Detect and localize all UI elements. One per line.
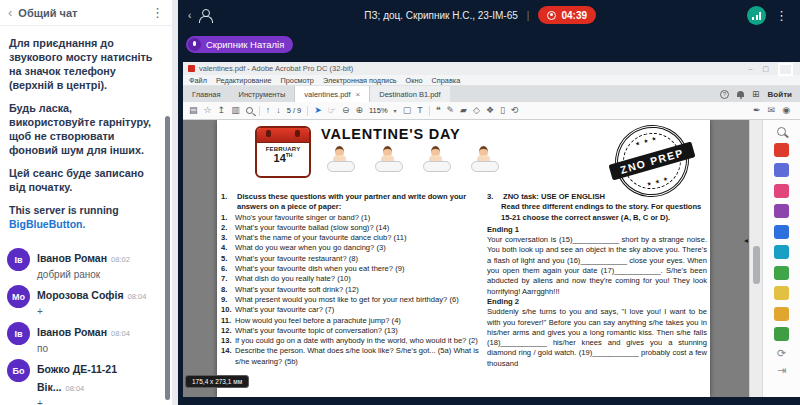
meeting-topbar: ‹ ПЗ; доц. Скрипник Н.С., 23-ІМ-65 | 04:…	[178, 0, 800, 30]
profile-icon[interactable]: ◉	[782, 106, 790, 115]
convert-icon[interactable]	[774, 327, 789, 341]
menu-edit[interactable]: Редактирование	[216, 76, 272, 85]
acrobat-tools-panel: ⟳ ⇥	[762, 120, 800, 397]
pdf-page: FEBRUARY 14TH VALENTINE'S DAY ★ ★ ★ ZNO …	[217, 120, 710, 397]
chat-welcome-message: Для приєднання до звукового мосту натисн…	[0, 26, 172, 231]
zoom-in-icon[interactable]: ⊕	[355, 106, 363, 115]
scrollbar-thumb[interactable]	[753, 246, 760, 284]
question-item: 4.What do you wear when you go dancing? …	[221, 243, 485, 253]
bigbluebutton-link[interactable]: BigBlueButton.	[9, 218, 85, 230]
highlight-icon[interactable]: ▰	[460, 106, 467, 115]
menu-help[interactable]: Справка	[432, 76, 461, 85]
collapse-panel-icon[interactable]: ◂	[744, 236, 748, 245]
page-down-icon[interactable]: ↓	[276, 106, 281, 115]
avatar: Ів	[7, 322, 30, 345]
share-icon[interactable]: ↥	[218, 106, 226, 115]
menu-window[interactable]: Окно	[406, 76, 423, 85]
worksheet-title: VALENTINE'S DAY	[321, 126, 461, 142]
stamp-icon[interactable]: ❖	[486, 106, 494, 115]
zoom-out-icon[interactable]: ⊖	[342, 106, 350, 115]
sign-pen-icon[interactable]: ✒	[753, 106, 761, 115]
zno-task-column: 3.ZNO task: USE OF ENGLISH Read three di…	[487, 192, 707, 369]
tab-home[interactable]: Главная	[183, 86, 230, 102]
meeting-title: ПЗ; доц. Скрипник Н.С., 23-ІМ-65	[364, 10, 517, 21]
star-icon[interactable]: ☆	[204, 106, 212, 115]
hand-tool-icon[interactable]: ☞	[328, 106, 336, 115]
share-tool-icon[interactable]	[774, 245, 789, 259]
compress-pdf-icon[interactable]	[774, 307, 789, 321]
export-pdf-icon[interactable]	[774, 143, 789, 157]
chat-title: Общий чат	[18, 7, 151, 19]
zoom-level[interactable]: 115%	[369, 106, 388, 115]
questions-column: 1.Discuss these questions with your part…	[221, 192, 485, 367]
menu-view[interactable]: Просмотр	[281, 76, 314, 85]
task3-heading: ZNO task: USE OF ENGLISH	[503, 192, 605, 202]
calendar-day: 14TH	[257, 152, 309, 164]
message-time: 08:04	[111, 329, 130, 338]
tab-valentines-pdf[interactable]: valentines.pdf ×	[294, 86, 369, 102]
chat-options-icon[interactable]: ⋮	[151, 5, 164, 20]
menu-file[interactable]: Файл	[189, 76, 207, 85]
trash-icon[interactable]: ▯	[500, 106, 505, 115]
welcome-line-1: Для приєднання до звукового мосту натисн…	[9, 36, 156, 92]
microphone-icon	[188, 38, 201, 51]
options-kebab-icon[interactable]: ⋮	[775, 8, 788, 23]
organize-pages-icon[interactable]	[774, 266, 789, 280]
comment-tool-icon[interactable]	[774, 204, 789, 218]
meeting-main-area: ‹ ПЗ; доц. Скрипник Н.С., 23-ІМ-65 | 04:…	[178, 0, 800, 405]
toggle-userlist-chevron-icon[interactable]: ‹	[188, 10, 191, 21]
page-up-icon[interactable]: ↑	[266, 106, 271, 115]
chat-header: ‹ Общий чат ⋮	[0, 0, 172, 26]
current-speaker-badge: Скрипник Наталія	[186, 36, 293, 53]
email-icon[interactable]: ✉	[768, 106, 776, 115]
recording-indicator[interactable]: 04:39	[538, 6, 596, 24]
question-item: 5.What's your favourite restaurant? (8)	[221, 254, 485, 264]
fullscreen-icon[interactable]	[778, 63, 793, 76]
message-author: Іванов Роман	[37, 326, 107, 338]
undo-icon[interactable]: ⟲	[511, 106, 519, 115]
chat-message: Бо Божко ДЕ-11-21 Вік...08:04 +	[0, 354, 172, 405]
avatar: Ів	[7, 248, 30, 271]
task1-heading: Discuss these questions with your partne…	[237, 192, 485, 213]
panel-collapse-icon[interactable]: ⇥	[777, 365, 786, 376]
marquee-zoom-icon[interactable]: ▢	[403, 106, 412, 115]
edit-pdf-icon[interactable]	[774, 184, 789, 198]
tab-destination-b1-pdf[interactable]: Destination B1.pdf	[369, 86, 449, 102]
window-controls[interactable]: – ▢	[749, 65, 773, 73]
create-pdf-icon[interactable]	[774, 163, 789, 177]
save-icon[interactable]: ▤	[189, 106, 198, 115]
userlist-person-icon[interactable]	[197, 8, 213, 23]
question-item: 11.How would you feel before a parachute…	[221, 316, 485, 326]
page-counter[interactable]: 5 / 9	[287, 106, 302, 115]
topbar-divider: |	[527, 10, 530, 21]
menu-esign[interactable]: Электронная подпись	[323, 76, 397, 85]
connection-status-icon[interactable]	[747, 6, 766, 25]
tab-tools[interactable]: Инструменты	[230, 86, 295, 102]
message-text: добрий ранок	[37, 269, 130, 280]
action-wizard-icon[interactable]: ⟳	[777, 348, 786, 359]
chat-scrollbar[interactable]	[165, 116, 170, 400]
recording-timer: 04:39	[561, 10, 587, 21]
select-tool-icon[interactable]: ➤	[314, 106, 322, 115]
search-icon[interactable]	[246, 107, 253, 114]
ending2-title: Ending 2	[487, 297, 707, 307]
panel-search-icon[interactable]	[777, 127, 786, 136]
shapes-icon[interactable]: ◇	[473, 106, 480, 115]
print-icon[interactable]: ▥	[231, 106, 240, 115]
question-item: 10.What's your favourite car? (7)	[221, 305, 485, 315]
chat-panel: ‹ Общий чат ⋮ Для приєднання до звуковог…	[0, 0, 172, 405]
notifications-bell-icon[interactable]	[737, 91, 744, 97]
chat-message: Ів Іванов Роман08:04 по	[0, 317, 172, 354]
text-tool-icon[interactable]: Т	[417, 106, 423, 115]
close-tab-icon[interactable]: ×	[356, 90, 361, 99]
chat-back-icon[interactable]: ‹	[8, 5, 12, 20]
signin-button[interactable]: Войти	[768, 90, 792, 99]
redact-icon[interactable]	[774, 286, 789, 300]
fill-sign-icon[interactable]	[774, 225, 789, 239]
comment-icon[interactable]: ❝	[436, 106, 441, 115]
pencil-icon[interactable]: ✎	[446, 106, 454, 115]
caret-down-icon[interactable]: ▾	[394, 107, 397, 114]
help-icon[interactable]: ?	[720, 90, 729, 99]
document-scrollbar[interactable]: ◂	[749, 120, 762, 397]
app-grid-icon[interactable]: ⊞	[752, 89, 760, 99]
